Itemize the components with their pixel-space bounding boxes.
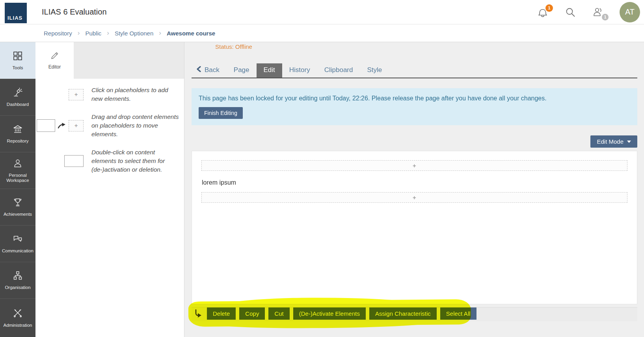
sidebar-item-label: Achievements [2, 212, 34, 217]
sidebar-item-organisation[interactable]: Organisation [0, 262, 35, 298]
breadcrumb-item-style-optionen[interactable]: Style Optionen [115, 30, 153, 37]
sidebar-item-label: Repository [6, 139, 30, 144]
chat-bubbles-icon [13, 234, 23, 246]
editor-tab-label: Editor [48, 64, 61, 70]
sidebar-item-label: Personal Workspace [0, 173, 35, 183]
sidebar-item-repository[interactable]: Repository [0, 115, 35, 152]
page-editor-canvas: + lorem ipsum + [192, 151, 637, 304]
online-users-button[interactable]: 1 [592, 6, 604, 18]
tab-label: Page [234, 66, 249, 74]
editor-panel: Editor + Click on placeholders to add ne… [35, 42, 184, 337]
page-title: ILIAS 6 Evaluation [42, 7, 107, 17]
tab-label: Edit [264, 66, 275, 74]
content-placeholder[interactable]: + [201, 160, 627, 171]
instruction-graphic: + [35, 113, 91, 139]
logo-text: ILIAS [7, 15, 22, 21]
tab-label: Style [367, 66, 382, 74]
avatar-initials: AT [625, 7, 635, 17]
ilias-logo[interactable]: ILIAS [5, 3, 27, 23]
sidebar-item-tools[interactable]: Tools [0, 42, 35, 79]
toolbar-buttons: Delete Copy Cut (De-)Activate Elements A… [193, 307, 476, 320]
notifications-button[interactable]: 1 [537, 6, 549, 18]
cut-button[interactable]: Cut [268, 307, 289, 320]
trophy-icon [13, 197, 23, 209]
header-actions: 1 1 [537, 2, 644, 22]
assign-characteristic-button[interactable]: Assign Characteristic [369, 307, 437, 320]
return-arrow-icon [193, 309, 203, 319]
tab-label: History [289, 66, 310, 74]
breadcrumb-item-awesome-course[interactable]: Awesome course [167, 30, 215, 37]
content-element-box [64, 155, 84, 167]
breadcrumb-item-repository[interactable]: Repository [44, 30, 72, 37]
tab-label: Back [205, 66, 220, 74]
instruction-text: Drag and drop content elements on placeh… [91, 113, 179, 139]
lock-notice-message: This page has been locked for your editi… [199, 95, 630, 102]
search-icon [564, 13, 576, 19]
chevron-right-icon: › [78, 29, 80, 37]
lock-notice: This page has been locked for your editi… [192, 88, 637, 125]
sidebar-item-label: Administration [2, 323, 34, 328]
copy-button[interactable]: Copy [239, 307, 265, 320]
instruction-text: Double-click on content elements to sele… [91, 148, 179, 174]
instruction-text: Click on placeholders to add new element… [91, 86, 179, 103]
content-text-block[interactable]: lorem ipsum [201, 179, 627, 186]
pencil-icon [50, 51, 59, 61]
multi-actions-toolbar: Delete Copy Cut (De-)Activate Elements A… [192, 306, 637, 325]
delete-button[interactable]: Delete [207, 307, 236, 320]
sidebar-item-achievements[interactable]: Achievements [0, 189, 35, 225]
editor-panel-header: Editor [35, 42, 184, 79]
instruction-graphic [35, 148, 91, 174]
tab-back[interactable]: Back [192, 63, 227, 78]
bell-icon [537, 13, 549, 19]
placeholder-add-icon: + [69, 120, 84, 131]
tab-history[interactable]: History [282, 63, 317, 78]
tab-page[interactable]: Page [227, 63, 257, 78]
page-tabs: Back Page Edit History Clipboard Style [192, 63, 637, 78]
edit-mode-dropdown[interactable]: Edit Mode [590, 135, 637, 148]
main-content: Status: Offline Back Page Edit History C… [184, 42, 644, 337]
tab-label: Clipboard [324, 66, 353, 74]
sidebar-item-communication[interactable]: Communication [0, 225, 35, 262]
search-button[interactable] [564, 6, 576, 18]
online-users-badge: 1 [602, 14, 609, 20]
editor-instructions: + Click on placeholders to add new eleme… [35, 86, 184, 174]
tab-edit[interactable]: Edit [257, 63, 282, 78]
chevron-right-icon: › [107, 29, 109, 37]
edit-mode-label: Edit Mode [597, 138, 624, 145]
sidebar-item-label: Communication [0, 248, 35, 254]
sidebar-item-dashboard[interactable]: Dashboard [0, 79, 35, 115]
tab-editor[interactable]: Editor [35, 42, 74, 79]
sidebar-item-label: Dashboard [5, 102, 30, 107]
notifications-badge: 1 [545, 4, 553, 12]
avatar[interactable]: AT [620, 2, 640, 22]
finish-editing-button[interactable]: Finish Editing [199, 107, 243, 119]
caret-down-icon [627, 141, 631, 143]
instruction-double-click: Double-click on content elements to sele… [35, 148, 184, 174]
de-activate-elements-button[interactable]: (De-)Activate Elements [293, 307, 366, 320]
sidebar-item-label: Tools [11, 65, 25, 70]
select-all-button[interactable]: Select All [440, 307, 476, 320]
sidebar-item-personal-workspace[interactable]: Personal Workspace [0, 152, 35, 189]
chevron-right-icon: › [159, 29, 161, 37]
breadcrumb-item-public[interactable]: Public [85, 30, 101, 37]
tab-clipboard[interactable]: Clipboard [317, 63, 360, 78]
bank-icon [13, 124, 23, 136]
content-element-box [37, 119, 55, 132]
org-chart-icon [13, 270, 23, 282]
top-header: ILIAS ILIAS 6 Evaluation 1 [0, 0, 644, 24]
instruction-drag-drop: + Drag and drop content elements on plac… [35, 113, 184, 139]
status-row: Status: Offline [192, 42, 644, 60]
crossed-tools-icon [13, 308, 23, 320]
status-badge: Status: Offline [215, 43, 252, 50]
content-placeholder[interactable]: + [201, 192, 627, 203]
page: ILIAS ILIAS 6 Evaluation 1 [0, 0, 644, 337]
drag-arrow-icon [58, 122, 66, 129]
desk-lamp-icon [13, 87, 23, 99]
chevron-left-icon [196, 66, 201, 74]
sidebar-item-administration[interactable]: Administration [0, 298, 35, 337]
grid-icon [13, 51, 23, 63]
edit-mode-row: Edit Mode [192, 135, 637, 148]
placeholder-add-icon: + [69, 89, 84, 100]
person-icon [13, 158, 23, 170]
tab-style[interactable]: Style [360, 63, 389, 78]
